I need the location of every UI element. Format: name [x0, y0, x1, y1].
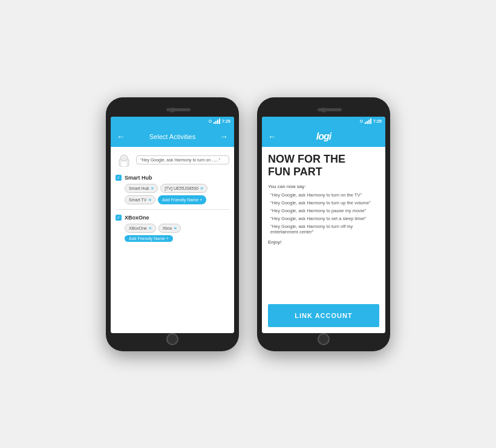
- screen1-content: "Hey Google, ask Harmony to turn on ....…: [111, 147, 234, 333]
- wifi-icon-2: [360, 120, 363, 123]
- phone-bottom-1: [111, 333, 234, 345]
- phone-camera-2: [321, 108, 326, 112]
- you-can-say: You can now say:: [268, 184, 379, 189]
- voice-example-4: "Hey Google, ask Harmony to set a sleep …: [268, 216, 379, 221]
- home-button-1[interactable]: [166, 333, 178, 345]
- checkbox-smart-hub[interactable]: [116, 175, 122, 181]
- phone-top-bar-2: [262, 103, 385, 117]
- remove-xboxone-icon[interactable]: ×: [149, 226, 152, 231]
- tag-xboxone: XBoxOne ×: [125, 224, 156, 233]
- back-arrow-2[interactable]: ←: [268, 132, 276, 141]
- back-arrow-1[interactable]: ←: [117, 132, 125, 141]
- tags-row-xboxone: XBoxOne × Xbox × Add Friendly Name +: [125, 224, 229, 242]
- checkbox-xboxone[interactable]: [116, 215, 122, 221]
- remove-smart-hub-icon[interactable]: ×: [151, 186, 154, 191]
- forward-arrow-1[interactable]: →: [220, 132, 228, 141]
- google-home-icon: [116, 152, 132, 169]
- phones-container: 7:29 ← Select Activities → "Hey Google, …: [94, 85, 402, 363]
- phone-camera-1: [170, 108, 175, 112]
- screen-title-1: Select Activities: [149, 133, 195, 140]
- app-header-1: ← Select Activities →: [111, 126, 234, 147]
- activity-header-smart-hub: Smart Hub: [116, 175, 229, 181]
- phone-bottom-2: [262, 333, 385, 345]
- status-time-2: 7:29: [373, 119, 382, 123]
- phone-screen-2: 7:29 ← logi NOW FOR THE FUN PART You can…: [262, 117, 385, 333]
- status-bar-1: 7:29: [111, 117, 234, 126]
- svg-point-2: [120, 155, 128, 161]
- remove-tv-ue55-icon[interactable]: ×: [200, 186, 203, 191]
- heading-line1: NOW FOR THE: [268, 153, 379, 166]
- heading-line2: FUN PART: [268, 166, 379, 179]
- google-hint: "Hey Google, ask Harmony to turn on ....…: [116, 152, 229, 169]
- divider-1: [116, 209, 229, 210]
- add-friendly-name-xboxone[interactable]: Add Friendly Name +: [125, 235, 173, 242]
- activity-name-smart-hub: Smart Hub: [125, 175, 152, 181]
- remove-xbox-icon[interactable]: ×: [174, 226, 177, 231]
- voice-example-3: "Hey Google, ask Harmony to pause my mov…: [268, 208, 379, 213]
- app-header-2: ← logi: [262, 126, 385, 147]
- tags-row-smart-hub: Smart Hub × [TV] UE55JS8500 × Smart TV ×…: [125, 184, 229, 204]
- enjoy-text: Enjoy!: [268, 239, 379, 245]
- status-time-1: 7:29: [222, 119, 230, 123]
- voice-example-2: "Hey Google, ask Harmony to turn up the …: [268, 200, 379, 206]
- signal-icon-2: [365, 118, 371, 124]
- activity-header-xboxone: XBoxOne: [116, 215, 229, 221]
- screen2-content: NOW FOR THE FUN PART You can now say: "H…: [262, 147, 385, 333]
- activity-smart-hub: Smart Hub Smart Hub × [TV] UE55JS8500 × …: [116, 175, 229, 204]
- voice-example-1: "Hey Google, ask Harmony to turn on the …: [268, 192, 379, 198]
- phone-2: 7:29 ← logi NOW FOR THE FUN PART You can…: [257, 97, 390, 351]
- tag-xbox: Xbox ×: [158, 224, 181, 233]
- add-friendly-name-smart-hub[interactable]: Add Friendly Name +: [158, 195, 206, 204]
- voice-example-5: "Hey Google, ask Harmony to turn off my …: [268, 224, 379, 235]
- tag-tv-ue55: [TV] UE55JS8500 ×: [160, 184, 207, 193]
- phone-top-bar-1: [111, 103, 234, 117]
- svg-rect-1: [122, 161, 126, 166]
- link-account-button[interactable]: LINK ACCOUNT: [268, 304, 379, 327]
- tag-smart-hub: Smart Hub ×: [125, 184, 158, 193]
- status-bar-2: 7:29: [262, 117, 385, 126]
- activity-xboxone: XBoxOne XBoxOne × Xbox × Add Friendly Na…: [116, 215, 229, 242]
- fun-heading: NOW FOR THE FUN PART: [268, 153, 379, 179]
- tag-smart-tv: Smart TV ×: [125, 195, 155, 204]
- remove-smart-tv-icon[interactable]: ×: [148, 197, 151, 203]
- activity-name-xboxone: XBoxOne: [125, 215, 149, 221]
- hint-bubble: "Hey Google, ask Harmony to turn on ....…: [136, 155, 229, 164]
- signal-icon-1: [214, 118, 220, 124]
- wifi-icon-1: [209, 120, 212, 123]
- phone-1: 7:29 ← Select Activities → "Hey Google, …: [106, 97, 239, 351]
- logi-logo: logi: [316, 131, 331, 142]
- phone-screen-1: 7:29 ← Select Activities → "Hey Google, …: [111, 117, 234, 333]
- home-button-2[interactable]: [318, 333, 330, 345]
